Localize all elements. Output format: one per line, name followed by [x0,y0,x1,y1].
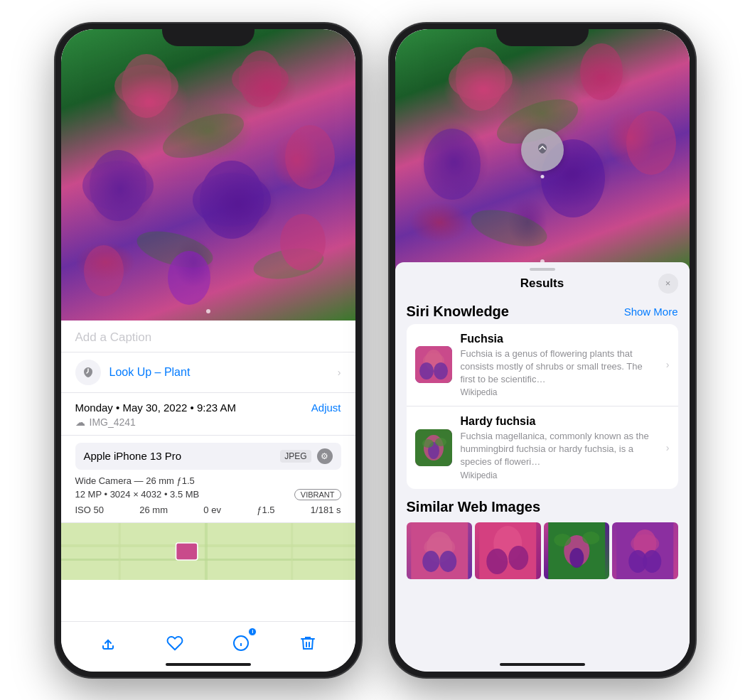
svg-point-58 [582,532,599,544]
siri-knowledge-header: Siri Knowledge Show More [395,298,690,324]
similar-image-4[interactable] [612,522,678,579]
svg-rect-21 [176,543,197,560]
favorite-button[interactable] [161,629,189,657]
svg-point-38 [419,362,434,379]
photo-indicator [206,309,210,313]
siri-lookup-button[interactable] [521,129,564,171]
svg-point-52 [486,549,508,574]
knowledge-item-fuchsia[interactable]: Fuchsia Fuchsia is a genus of flowering … [407,324,678,406]
svg-point-49 [439,551,456,572]
device-name: Apple iPhone 13 Pro [84,450,182,462]
svg-point-57 [554,534,571,546]
hardy-fuchsia-info: Hardy fuchsia Fuchsia magellanica, commo… [461,415,658,480]
svg-point-13 [280,214,326,271]
device-row: Apple iPhone 13 Pro JPEG ⚙ [75,443,341,470]
svg-rect-16 [61,544,355,547]
hardy-fuchsia-description: Fuchsia magellanica, commonly known as t… [461,430,658,469]
meta-section: Monday • May 30, 2022 • 9:23 AM Adjust ☁… [61,393,355,436]
fuchsia-thumbnail [415,346,452,383]
sheet-handle[interactable] [530,268,555,271]
right-phone: Results × Siri Knowledge Show More [390,23,695,677]
left-phone: Add a Caption Look Up – Plant › Mon [55,23,361,677]
svg-rect-17 [61,559,355,561]
lookup-chevron: › [338,367,341,378]
similar-image-3[interactable] [544,522,610,579]
similar-image-1[interactable] [407,522,473,579]
svg-rect-20 [291,523,293,580]
lookup-label: Look Up – Plant [109,366,191,379]
notch-right [496,23,589,46]
knowledge-item-hardy-fuchsia[interactable]: Hardy fuchsia Fuchsia magellanica, commo… [407,406,678,489]
results-sheet[interactable]: Results × Siri Knowledge Show More [395,262,690,672]
svg-point-1 [114,65,178,107]
similar-title: Similar Web Images [407,499,678,515]
knowledge-card: Fuchsia Fuchsia is a genus of flowering … [407,324,678,489]
share-button[interactable] [94,629,122,657]
results-title: Results [520,276,564,291]
exif-aperture: ƒ1.5 [257,505,274,515]
similar-image-2[interactable] [475,522,541,579]
similar-section: Similar Web Images [395,490,690,583]
exif-ev: 0 ev [203,505,221,515]
svg-rect-15 [61,523,355,580]
svg-point-32 [626,111,676,175]
svg-point-43 [422,439,434,448]
svg-point-3 [232,61,289,97]
svg-point-14 [84,245,124,296]
exif-shutter: 1/181 s [311,505,341,515]
similar-images-row [407,522,678,579]
specs-mp-res-size: 12 MP • 3024 × 4032 • 3.5 MB [75,489,200,500]
info-button[interactable]: i [227,629,255,657]
caption-placeholder[interactable]: Add a Caption [75,330,152,344]
svg-point-30 [424,129,481,200]
fuchsia-description: Fuchsia is a genus of flowering plants t… [461,348,658,387]
fuchsia-info: Fuchsia Fuchsia is a genus of flowering … [461,333,658,398]
svg-point-44 [435,438,446,446]
lookup-icon [75,360,101,385]
svg-point-7 [193,173,271,227]
svg-point-61 [631,534,659,553]
adjust-button[interactable]: Adjust [311,402,341,414]
svg-rect-18 [118,523,120,580]
siri-knowledge-title: Siri Knowledge [407,303,509,320]
results-header: Results × [395,274,690,298]
svg-point-53 [508,546,528,570]
svg-rect-19 [204,523,207,580]
svg-point-63 [643,550,661,573]
fuchsia-name: Fuchsia [461,333,658,345]
svg-point-12 [168,251,210,305]
hardy-fuchsia-source: Wikipedia [461,470,658,480]
svg-point-5 [82,161,154,210]
svg-point-8 [285,125,335,189]
home-bar [166,663,251,666]
delete-button[interactable] [294,629,322,657]
svg-point-28 [449,58,513,100]
hardy-fuchsia-name: Hardy fuchsia [461,415,658,428]
svg-point-56 [569,548,584,568]
map-thumbnail[interactable] [61,523,355,580]
photo-area[interactable] [61,29,355,321]
svg-point-9 [157,104,250,166]
right-photo-area[interactable] [395,29,690,271]
fuchsia-source: Wikipedia [461,387,658,397]
settings-icon[interactable]: ⚙ [317,448,333,464]
hardy-fuchsia-thumbnail [415,429,452,466]
svg-point-48 [422,551,439,572]
svg-point-39 [434,362,448,379]
hardy-fuchsia-chevron: › [666,442,670,453]
lookup-row[interactable]: Look Up – Plant › [61,352,355,393]
filename: IMG_4241 [90,416,136,428]
device-section: Apple iPhone 13 Pro JPEG ⚙ Wide Camera —… [61,436,355,523]
caption-area[interactable]: Add a Caption [61,321,355,352]
fuchsia-chevron: › [666,359,670,370]
close-button[interactable]: × [658,274,678,294]
exif-row: ISO 50 26 mm 0 ev ƒ1.5 1/181 s [75,505,341,515]
siri-dot [540,175,544,178]
notch [162,23,255,46]
filter-badge: VIBRANT [294,489,341,500]
svg-point-29 [580,43,623,100]
camera-specs: Wide Camera — 26 mm ƒ1.5 [75,475,341,486]
show-more-button[interactable]: Show More [624,306,678,318]
home-bar-right [500,663,585,666]
format-badge: JPEG [280,450,311,463]
